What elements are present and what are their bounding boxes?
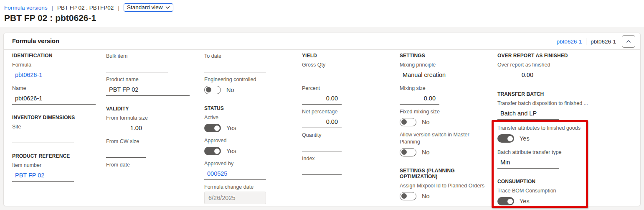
chevron-down-icon bbox=[165, 6, 170, 9]
field-transfer-attributes: Transfer attributes to finished goods Ye… bbox=[497, 125, 590, 144]
transfer-attributes-state: Yes bbox=[520, 135, 530, 142]
bulk-item-label: Bulk item bbox=[106, 53, 195, 60]
field-assign-mixpool: Assign Mixpool Id to Planned Orders No bbox=[400, 182, 489, 202]
allow-version-switch-state: No bbox=[422, 149, 430, 156]
field-gross-qty: Gross Qty bbox=[302, 61, 391, 81]
assign-mixpool-label: Assign Mixpool Id to Planned Orders bbox=[400, 182, 489, 190]
formula-label: Formula bbox=[12, 61, 101, 69]
section-over-report: OVER REPORT AS FINISHED bbox=[497, 53, 590, 59]
approved-state: Yes bbox=[226, 148, 236, 154]
toggle-knob bbox=[214, 149, 220, 154]
transfer-disposition-input[interactable]: Batch and LP bbox=[497, 108, 559, 120]
approved-toggle[interactable] bbox=[204, 147, 221, 155]
top-bar: Formula versions | PBT FP 02 : PBTFP02 |… bbox=[0, 0, 644, 27]
column-identification: IDENTIFICATION Formula pbt0626-1 Name pb… bbox=[12, 50, 101, 185]
trace-bom-state: Yes bbox=[520, 198, 530, 205]
to-date-input[interactable] bbox=[204, 60, 266, 72]
section-status: STATUS bbox=[204, 105, 294, 111]
field-from-formula-size: From formula size 1.00 bbox=[106, 115, 195, 134]
section-transfer-batch: TRANSFER BATCH bbox=[497, 91, 590, 97]
bulk-item-input[interactable] bbox=[106, 60, 168, 72]
field-formula-change-date: Formula change date 6/26/2025 bbox=[204, 184, 294, 204]
quantity-label: Quantity bbox=[302, 132, 391, 139]
product-name-input[interactable]: PBT FP 02 bbox=[106, 84, 190, 96]
field-trace-bom: Trace BOM Consumption Yes bbox=[497, 187, 590, 207]
field-allow-version-switch: Allow version switch in Master Planning … bbox=[400, 131, 489, 158]
section-product-reference: PRODUCT REFERENCE bbox=[12, 153, 101, 159]
breadcrumb-current-record: PBT FP 02 : PBTFP02 bbox=[57, 5, 114, 11]
section-yield: YIELD bbox=[302, 53, 391, 59]
from-formula-size-input[interactable]: 1.00 bbox=[106, 122, 146, 134]
transfer-disposition-label: Transfer batch disposition to finished .… bbox=[497, 100, 590, 107]
trace-bom-toggle[interactable] bbox=[497, 197, 514, 205]
toggle-knob bbox=[214, 125, 220, 131]
field-percent: Percent 0.00 bbox=[302, 85, 391, 105]
product-name-label: Product name bbox=[106, 76, 195, 83]
transfer-attributes-label: Transfer attributes to finished goods bbox=[497, 125, 590, 132]
fixed-mixing-size-state: No bbox=[422, 119, 430, 125]
column-status: To date Engineering controlled No STATUS… bbox=[204, 50, 294, 208]
field-to-date: To date bbox=[204, 53, 294, 72]
to-date-label: To date bbox=[204, 53, 294, 60]
approved-by-value-link[interactable]: 000525 bbox=[204, 168, 266, 180]
toggle-knob bbox=[401, 193, 407, 199]
field-quantity: Quantity bbox=[302, 132, 391, 151]
from-date-input[interactable] bbox=[106, 169, 168, 181]
site-input[interactable] bbox=[12, 131, 74, 143]
gross-qty-input[interactable] bbox=[302, 69, 342, 81]
column-transfer-batch: OVER REPORT AS FINISHED Over report as f… bbox=[497, 50, 590, 210]
percent-input[interactable]: 0.00 bbox=[302, 92, 342, 105]
gross-qty-label: Gross Qty bbox=[302, 61, 391, 69]
active-label: Active bbox=[204, 114, 294, 121]
toggle-knob bbox=[401, 119, 407, 125]
name-input[interactable]: pbt0626-1 bbox=[12, 92, 96, 105]
section-consumption: CONSUMPTION bbox=[497, 179, 590, 184]
active-toggle[interactable] bbox=[204, 124, 221, 132]
percent-label: Percent bbox=[302, 85, 391, 92]
over-report-label: Over report as finished bbox=[497, 61, 590, 69]
toggle-knob bbox=[401, 149, 407, 155]
panel-record-link[interactable]: pbt0626-1 bbox=[556, 38, 582, 45]
breadcrumb-formula-versions-link[interactable]: Formula versions bbox=[4, 5, 48, 11]
mixing-size-label: Mixing size bbox=[400, 85, 489, 92]
panel-body: IDENTIFICATION Formula pbt0626-1 Name pb… bbox=[4, 50, 640, 206]
column-yield: YIELD Gross Qty Percent 0.00 Net percent… bbox=[302, 50, 391, 179]
from-cw-size-input[interactable] bbox=[106, 146, 146, 158]
assign-mixpool-toggle[interactable] bbox=[400, 192, 416, 200]
engineering-controlled-toggle[interactable] bbox=[204, 86, 221, 94]
formula-change-date-input: 6/26/2025 bbox=[204, 192, 266, 204]
engineering-controlled-label: Engineering controlled bbox=[204, 76, 294, 83]
assign-mixpool-state: No bbox=[422, 193, 430, 200]
collapse-panel-button[interactable] bbox=[622, 35, 635, 48]
allow-version-switch-toggle[interactable] bbox=[400, 148, 416, 156]
field-mixing-size: Mixing size 0.00 bbox=[400, 85, 489, 105]
index-label: Index bbox=[302, 155, 391, 162]
fixed-mixing-size-toggle[interactable] bbox=[400, 118, 416, 126]
transfer-attributes-toggle[interactable] bbox=[497, 134, 514, 143]
panel-header: Formula version pbt0626-1 pbt0626-1 bbox=[4, 33, 640, 50]
section-inventory-dimensions: INVENTORY DIMENSIONS bbox=[12, 115, 101, 120]
mixing-principle-input[interactable]: Manual creation bbox=[400, 69, 483, 81]
approved-by-label: Approved by bbox=[204, 160, 294, 167]
view-selector-dropdown[interactable]: Standard view bbox=[124, 3, 174, 12]
item-number-value-link[interactable]: PBT FP 02 bbox=[12, 169, 74, 182]
page-title: PBT FP 02 : pbt0626-1 bbox=[4, 13, 96, 23]
section-settings-planning-optimization: SETTINGS (PLANNING OPTIMIZATION) bbox=[400, 168, 489, 179]
allow-version-switch-label: Allow version switch in Master Planning bbox=[400, 131, 489, 146]
site-label: Site bbox=[12, 123, 101, 131]
field-mixing-principle: Mixing principle Manual creation bbox=[400, 61, 489, 81]
item-number-label: Item number bbox=[12, 162, 101, 169]
net-percentage-label: Net percentage bbox=[302, 108, 391, 115]
panel-title: Formula version bbox=[12, 38, 59, 44]
engineering-controlled-state: No bbox=[226, 87, 234, 93]
section-settings: SETTINGS bbox=[400, 53, 489, 59]
net-percentage-input[interactable]: 0.00 bbox=[302, 116, 342, 128]
batch-attr-type-input[interactable]: Min bbox=[497, 156, 559, 169]
index-input[interactable] bbox=[302, 163, 342, 175]
field-site: Site bbox=[12, 123, 101, 143]
toggle-knob bbox=[206, 87, 211, 92]
over-report-input[interactable]: 0.00 bbox=[497, 69, 537, 81]
formula-value-link[interactable]: pbt0626-1 bbox=[12, 69, 74, 81]
quantity-input[interactable] bbox=[302, 139, 342, 151]
mixing-size-input[interactable]: 0.00 bbox=[400, 92, 439, 105]
